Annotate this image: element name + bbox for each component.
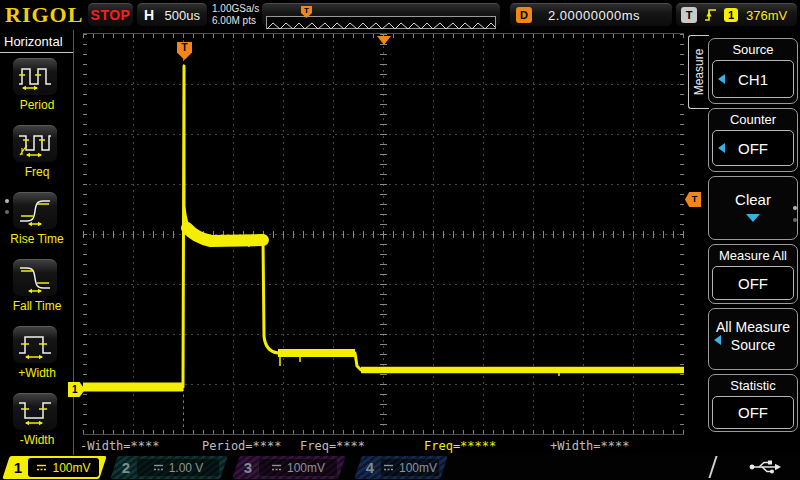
freq-label: Freq bbox=[0, 165, 74, 179]
clear-label: Clear bbox=[709, 177, 797, 208]
left-arrow-icon bbox=[718, 143, 725, 153]
channel-1-number: 1 bbox=[9, 456, 27, 479]
measure-all-button[interactable]: OFF bbox=[712, 266, 794, 300]
readout-period: Period=**** bbox=[202, 439, 281, 453]
statistic-group: Statistic OFF bbox=[708, 374, 798, 432]
readout-pos-width: +Width=**** bbox=[550, 439, 629, 453]
channel-3-scale: 100mV bbox=[287, 461, 325, 475]
left-menu-page-dot-1 bbox=[5, 199, 9, 203]
oscilloscope-screen: RIGOL STOP H 500us 1.00GSa/s 6.00M pts T… bbox=[0, 0, 800, 480]
channel-3-number: 3 bbox=[239, 456, 257, 479]
channel-2-scale: 1.00 V bbox=[169, 461, 204, 475]
period-icon bbox=[18, 61, 52, 93]
source-button[interactable]: CH1 bbox=[712, 60, 794, 98]
left-measure-menu: Horizontal Period Freq bbox=[0, 30, 74, 455]
channel-2-status[interactable]: 2 1.00 V bbox=[110, 456, 227, 479]
measure-tab-label: Measure bbox=[692, 49, 706, 96]
statistic-value: OFF bbox=[738, 404, 768, 421]
pos-width-icon bbox=[18, 329, 52, 361]
clear-button[interactable]: Clear bbox=[708, 176, 798, 240]
delay-readout[interactable]: D 2.00000000ms bbox=[510, 3, 672, 26]
counter-label: Counter bbox=[709, 109, 797, 127]
left-menu-page-dot-2 bbox=[5, 210, 9, 214]
left-menu-title: Horizontal bbox=[0, 30, 74, 53]
channel-status-bar: 1 100mV 2 1.00 V 3 bbox=[0, 455, 800, 480]
preview-waveform-icon bbox=[267, 20, 495, 31]
period-button[interactable] bbox=[13, 58, 57, 95]
statistic-button[interactable]: OFF bbox=[712, 396, 794, 429]
preview-frame bbox=[266, 16, 496, 29]
memory-depth: 6.00M pts bbox=[212, 15, 259, 27]
neg-width-button[interactable] bbox=[13, 393, 57, 430]
channel-4-scale: 100mV bbox=[399, 461, 437, 475]
left-arrow-icon bbox=[714, 335, 721, 345]
fall-time-icon bbox=[18, 262, 52, 294]
delay-badge: D bbox=[516, 7, 532, 23]
run-state-label: STOP bbox=[91, 7, 131, 23]
rise-time-button[interactable] bbox=[13, 192, 57, 229]
channel-1-scale: 100mV bbox=[52, 461, 90, 475]
rise-time-icon bbox=[18, 195, 52, 227]
timebase-value: 500us bbox=[165, 8, 200, 23]
trigger-readout[interactable]: T 1 376mV bbox=[676, 3, 797, 26]
measure-all-value: OFF bbox=[738, 275, 768, 292]
trigger-badge: T bbox=[681, 7, 697, 23]
dc-coupling-icon bbox=[271, 463, 282, 472]
channel-4-number: 4 bbox=[361, 456, 379, 479]
acquisition-info: 1.00GSa/s 6.00M pts bbox=[212, 3, 259, 27]
source-label: Source bbox=[709, 39, 797, 57]
right-measure-menu: Measure Source CH1 Counter OFF Clear Mea… bbox=[686, 30, 800, 455]
source-group: Source CH1 bbox=[708, 38, 798, 104]
horizontal-label: H bbox=[144, 7, 154, 23]
ch1-waveform bbox=[83, 34, 684, 434]
trigger-source-badge: 1 bbox=[724, 8, 738, 22]
all-measure-source-button[interactable]: All Measure Source bbox=[708, 308, 798, 370]
dc-coupling-icon bbox=[153, 463, 164, 472]
sample-rate: 1.00GSa/s bbox=[212, 3, 259, 15]
channel-4-status[interactable]: 4 100mV bbox=[354, 456, 447, 479]
statistic-label: Statistic bbox=[709, 375, 797, 393]
all-measure-source-line2: Source bbox=[709, 335, 797, 353]
measure-tab: Measure bbox=[688, 35, 709, 109]
left-arrow-icon bbox=[718, 74, 725, 84]
measure-all-group: Measure All OFF bbox=[708, 244, 798, 304]
source-value: CH1 bbox=[738, 71, 768, 88]
status-bar: RIGOL STOP H 500us 1.00GSa/s 6.00M pts T… bbox=[0, 0, 800, 30]
counter-group: Counter OFF bbox=[708, 108, 798, 172]
measure-all-label: Measure All bbox=[709, 245, 797, 263]
readout-freq: Freq=**** bbox=[300, 439, 365, 453]
counter-value: OFF bbox=[738, 140, 768, 157]
fall-time-label: Fall Time bbox=[0, 299, 74, 313]
bottom-bar-divider bbox=[708, 456, 717, 478]
right-menu-page-dot-1 bbox=[793, 206, 797, 210]
delay-value: 2.00000000ms bbox=[548, 8, 640, 23]
trigger-level-value: 376mV bbox=[746, 8, 787, 23]
readout-freq-selected: Freq=***** bbox=[424, 439, 496, 453]
run-state-button[interactable]: STOP bbox=[88, 3, 133, 26]
period-label: Period bbox=[0, 98, 74, 112]
all-measure-source-line1: All Measure bbox=[709, 309, 797, 335]
usb-icon bbox=[748, 459, 784, 475]
freq-button[interactable] bbox=[13, 125, 57, 162]
rise-time-label: Rise Time bbox=[0, 232, 74, 246]
channel-1-status[interactable]: 1 100mV bbox=[2, 456, 106, 479]
rising-edge-icon bbox=[703, 7, 718, 23]
readout-neg-width: -Width=**** bbox=[80, 439, 159, 453]
down-arrow-icon bbox=[746, 214, 760, 222]
dc-coupling-icon bbox=[36, 463, 47, 472]
right-menu-page-dot-2 bbox=[793, 218, 797, 222]
brand-logo: RIGOL bbox=[5, 2, 83, 28]
neg-width-icon bbox=[18, 396, 52, 428]
graticule bbox=[83, 33, 684, 435]
horizontal-center-marker-icon bbox=[377, 36, 391, 45]
channel-2-number: 2 bbox=[117, 456, 135, 479]
freq-icon bbox=[18, 128, 52, 160]
timebase-button[interactable]: H 500us bbox=[137, 3, 207, 26]
pos-width-button[interactable] bbox=[13, 326, 57, 363]
pos-width-label: +Width bbox=[0, 366, 74, 380]
fall-time-button[interactable] bbox=[13, 259, 57, 296]
waveform-preview[interactable]: T bbox=[262, 3, 500, 26]
channel-3-status[interactable]: 3 100mV bbox=[232, 456, 345, 479]
neg-width-label: -Width bbox=[0, 433, 74, 447]
counter-button[interactable]: OFF bbox=[712, 130, 794, 166]
